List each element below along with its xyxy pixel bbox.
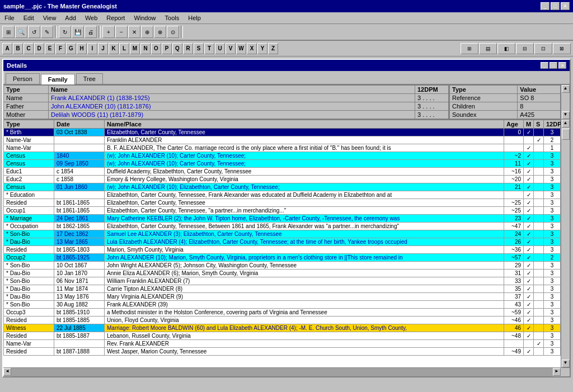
table-row[interactable]: Resided bt 1887-1888 West Jasper, Marion… — [4, 348, 561, 356]
alpha-btn-r[interactable]: R — [183, 43, 193, 54]
table-row[interactable]: Name-Var B. F. ALEXANDER, The Carter Co.… — [4, 144, 561, 152]
alpha-btn-i[interactable]: I — [87, 43, 97, 54]
details-close[interactable]: ✕ — [558, 62, 566, 69]
maximize-button[interactable]: □ — [551, 2, 560, 10]
table-row[interactable]: Resided bt 1885-1887 Lebanon, Russell Co… — [4, 332, 561, 340]
menu-report[interactable]: Report — [102, 13, 129, 22]
vscroll-thumb[interactable] — [562, 129, 570, 140]
alpha-btn-g[interactable]: G — [66, 43, 76, 54]
alpha-btn-v[interactable]: V — [226, 43, 236, 54]
menu-help[interactable]: Help — [184, 13, 205, 22]
toolbar-btn-8[interactable]: + — [102, 26, 115, 38]
hscroll-left[interactable]: ◄ — [3, 368, 11, 376]
toolbar-btn-4[interactable]: ✎ — [41, 26, 53, 38]
table-row[interactable]: Witness 22 Jul 1885 Marriage: Robert Moo… — [4, 324, 561, 332]
alpha-btn-s[interactable]: S — [194, 43, 204, 54]
alpha-btn-u[interactable]: U — [215, 43, 225, 54]
hscroll-right[interactable]: ► — [553, 368, 561, 376]
tab-tree[interactable]: Tree — [76, 73, 103, 84]
table-row[interactable]: Census 1840 (w); John ALEXANDER (10); Ca… — [4, 152, 561, 160]
tab-person[interactable]: Person — [6, 73, 40, 84]
menu-web[interactable]: Web — [81, 13, 102, 22]
table-row[interactable]: Census 01 Jun 1860 (w); John ALEXANDER (… — [4, 183, 561, 191]
details-maximize[interactable]: □ — [549, 62, 557, 69]
menu-tools[interactable]: Tools — [161, 13, 184, 22]
alpha-btn-h[interactable]: H — [77, 43, 87, 54]
alpha-btn-k[interactable]: K — [109, 43, 119, 54]
alpha-extra-1[interactable]: ⊞ — [461, 43, 478, 54]
table-row[interactable]: Educ2 c 1858 Emory & Henry College, Wash… — [4, 176, 561, 183]
table-row[interactable]: * Son-Bio 30 Aug 1882 Frank ALEXANDER (3… — [4, 301, 561, 309]
table-row[interactable]: Name-Var Franklin ALEXANDER ✓ 2 — [4, 136, 561, 144]
alpha-btn-x[interactable]: X — [247, 43, 257, 54]
alpha-btn-j[interactable]: J — [98, 43, 108, 54]
details-minimize[interactable]: _ — [541, 62, 548, 69]
menu-edit[interactable]: Edit — [19, 13, 39, 22]
top-name-2[interactable]: Delilah WOODS (11) (1817-1879) — [49, 111, 415, 119]
alpha-btn-q[interactable]: Q — [172, 43, 182, 54]
table-row[interactable]: * Son-Bio 06 Nov 1871 William Franklin A… — [4, 277, 561, 285]
table-row[interactable]: Resided bt 1885-1885 Union, Floyd County… — [4, 317, 561, 324]
main-vscroll-up[interactable]: ▲ — [562, 120, 570, 127]
alpha-btn-m[interactable]: M — [130, 43, 140, 54]
table-row[interactable]: Occup2 bt 1865-1925 John ALEXANDER (10);… — [4, 254, 561, 262]
top-name-1[interactable]: John ALEXANDER (10) (1812-1876) — [49, 102, 415, 111]
menu-file[interactable]: File — [0, 13, 19, 22]
alpha-extra-2[interactable]: ▤ — [479, 43, 497, 54]
menu-add[interactable]: Add — [60, 13, 81, 22]
table-row[interactable]: Educ1 c 1854 Duffield Academy, Elizabeth… — [4, 168, 561, 176]
vscroll-up[interactable]: ▲ — [562, 85, 570, 93]
menu-window[interactable]: Window — [129, 13, 160, 22]
table-row[interactable]: * Occupation bt 1862-1865 Elizabethton, … — [4, 223, 561, 230]
table-row[interactable]: * Education Elizabethton, Carter County,… — [4, 191, 561, 199]
close-button[interactable]: ✕ — [561, 2, 570, 10]
alpha-extra-5[interactable]: ⊡ — [534, 43, 552, 54]
toolbar-btn-9[interactable]: − — [115, 26, 128, 38]
toolbar-btn-7[interactable]: 🖨 — [84, 26, 97, 38]
main-vscroll-down[interactable]: ▼ — [562, 360, 570, 367]
alpha-btn-p[interactable]: P — [162, 43, 172, 54]
alpha-extra-4[interactable]: ⊟ — [516, 43, 534, 54]
menu-view[interactable]: View — [39, 13, 61, 22]
toolbar-btn-13[interactable]: ⊙ — [167, 26, 179, 38]
toolbar-btn-5[interactable]: ↻ — [59, 26, 71, 38]
table-row[interactable]: * Dau-Bio 13 May 1876 Mary Virginia ALEX… — [4, 293, 561, 301]
table-row[interactable]: * Son-Bio 17 Dec 1862 Samuel Lee ALEXAND… — [4, 230, 561, 238]
table-row[interactable]: * Dau-Bio 13 Mar 1865 Lula Elizabeth ALE… — [4, 238, 561, 246]
toolbar-btn-2[interactable]: 🔍 — [15, 26, 27, 38]
alpha-btn-w[interactable]: W — [236, 43, 246, 54]
tab-family[interactable]: Family — [41, 74, 75, 84]
alpha-btn-a[interactable]: A — [2, 43, 12, 54]
toolbar-btn-11[interactable]: ⊕ — [141, 26, 153, 38]
table-row[interactable]: * Dau-Bio 11 Mar 1874 Carrie Tipton ALEX… — [4, 285, 561, 293]
alpha-btn-e[interactable]: E — [45, 43, 55, 54]
alpha-btn-t[interactable]: T — [204, 43, 214, 54]
table-row[interactable]: * Birth 03 Oct 1838 Elizabethton, Carter… — [4, 129, 561, 136]
alpha-btn-f[interactable]: F — [55, 43, 65, 54]
alpha-extra-6[interactable]: ⊠ — [553, 43, 571, 54]
top-name-0[interactable]: Frank ALEXANDER (1) (1838-1925) — [49, 94, 415, 102]
toolbar-btn-12[interactable]: ⊗ — [154, 26, 166, 38]
toolbar-btn-10[interactable]: ✕ — [128, 26, 140, 38]
table-row[interactable]: Occup1 bt 1861-1865 Elizabethton, Carter… — [4, 207, 561, 215]
table-row[interactable]: Occup3 bt 1885-1910 a Methodist minister… — [4, 309, 561, 317]
table-row[interactable]: Resided bt 1861-1865 Elizabethton, Carte… — [4, 199, 561, 207]
vscroll-down[interactable]: ▼ — [562, 111, 570, 119]
alpha-btn-z[interactable]: Z — [268, 43, 278, 54]
alpha-btn-y[interactable]: Y — [257, 43, 267, 54]
toolbar-btn-6[interactable]: 💾 — [72, 26, 84, 38]
table-row[interactable]: * Son-Bio 10 Oct 1867 John Wright ALEXAN… — [4, 262, 561, 270]
toolbar-btn-1[interactable]: ⊞ — [2, 26, 15, 38]
alpha-extra-3[interactable]: ◧ — [497, 43, 515, 54]
table-row[interactable]: * Marriage 24 Dec 1861 Mary Catherine KE… — [4, 215, 561, 223]
table-row[interactable]: Census 09 Sep 1850 (w); John ALEXANDER (… — [4, 160, 561, 168]
minimize-button[interactable]: _ — [541, 2, 549, 10]
alpha-btn-d[interactable]: D — [34, 43, 44, 54]
alpha-btn-l[interactable]: L — [119, 43, 129, 54]
table-row[interactable]: Name-Var Rev. Frank ALEXANDER ✓ 3 — [4, 340, 561, 348]
table-row[interactable]: Resided bt 1865-1803 Marion, Smyth Count… — [4, 246, 561, 254]
alpha-btn-c[interactable]: C — [24, 43, 34, 54]
alpha-btn-b[interactable]: B — [13, 43, 23, 54]
alpha-btn-n[interactable]: N — [140, 43, 151, 54]
table-row[interactable]: * Dau-Bio 10 Jan 1870 Annie Eliza ALEXAN… — [4, 270, 561, 277]
